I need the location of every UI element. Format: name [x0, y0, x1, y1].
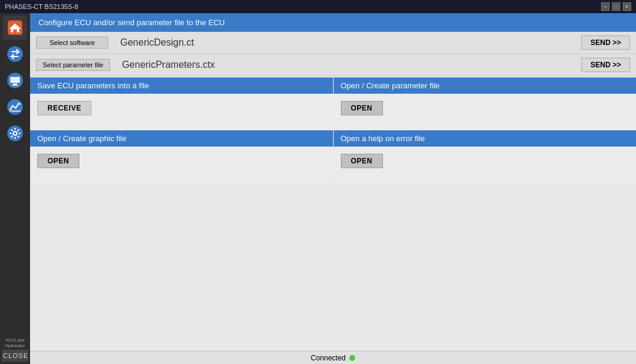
header-text: Configure ECU and/or send parameter file… — [38, 18, 225, 27]
sidebar-item-settings[interactable] — [3, 121, 27, 145]
open-help-body: OPEN — [334, 147, 637, 183]
settings-icon — [7, 125, 23, 142]
svg-point-3 — [7, 46, 23, 62]
sidebar: POCLAIN Hydraulics CLOSE — [0, 13, 30, 364]
svg-rect-7 — [12, 85, 18, 86]
open-graphic-header: Open / Create graphic file — [30, 130, 333, 147]
open-graphic-button[interactable]: OPEN — [37, 154, 79, 168]
receive-button[interactable]: RECEIVE — [37, 101, 91, 115]
open-graphic-body: OPEN — [30, 147, 333, 183]
status-dot — [349, 355, 355, 361]
sidebar-item-transfer[interactable] — [3, 42, 27, 66]
open-param-body: OPEN — [334, 94, 637, 130]
header-bar: Configure ECU and/or send parameter file… — [30, 13, 636, 32]
status-bar: Connected — [30, 351, 636, 364]
title-bar-text: PHASES-CT BS2135S-8 — [5, 3, 78, 10]
chart-icon — [7, 99, 23, 115]
open-help-button[interactable]: OPEN — [341, 154, 383, 168]
house-icon — [6, 19, 24, 37]
send-software-button[interactable]: SEND >> — [581, 35, 630, 50]
title-bar-controls: ─ □ ✕ — [601, 2, 631, 11]
sidebar-item-home[interactable] — [3, 16, 27, 40]
sidebar-item-chart[interactable] — [3, 95, 27, 119]
close-button-sidebar[interactable]: CLOSE — [2, 350, 28, 362]
send-parameter-button[interactable]: SEND >> — [581, 58, 630, 72]
parameter-row: Select parameter file GenericPrameters.c… — [30, 54, 636, 76]
svg-point-10 — [10, 109, 12, 112]
open-param-button[interactable]: OPEN — [341, 101, 383, 115]
open-param-header: Open / Create parameter file — [334, 77, 637, 94]
open-graphic-section: Open / Create graphic file OPEN — [30, 130, 333, 183]
save-ecu-header: Save ECU parameters into a file — [30, 77, 333, 94]
poclain-logo: POCLAIN Hydraulics — [4, 335, 26, 350]
save-ecu-section: Save ECU parameters into a file RECEIVE — [30, 77, 333, 130]
close-button[interactable]: ✕ — [623, 2, 631, 11]
sidebar-item-display[interactable] — [3, 68, 27, 93]
svg-rect-6 — [13, 83, 17, 85]
svg-rect-2 — [13, 29, 17, 32]
parameter-file-name: GenericPrameters.ctx — [116, 59, 575, 70]
sidebar-bottom: POCLAIN Hydraulics CLOSE — [2, 335, 28, 364]
select-parameter-button[interactable]: Select parameter file — [36, 59, 110, 71]
status-text: Connected — [311, 354, 346, 362]
svg-rect-5 — [10, 77, 20, 83]
display-icon — [7, 72, 23, 89]
save-ecu-body: RECEIVE — [30, 94, 333, 130]
open-help-header: Open a help on error file — [334, 130, 637, 147]
svg-point-13 — [14, 132, 16, 135]
software-file-name: GenericDesign.ct — [114, 37, 575, 48]
title-bar: PHASES-CT BS2135S-8 ─ □ ✕ — [0, 0, 636, 13]
sections-grid: Save ECU parameters into a file RECEIVE … — [30, 77, 636, 183]
open-param-section: Open / Create parameter file OPEN — [334, 77, 637, 130]
minimize-button[interactable]: ─ — [601, 2, 610, 11]
open-help-section: Open a help on error file OPEN — [334, 130, 637, 183]
main-content: Configure ECU and/or send parameter file… — [30, 13, 636, 364]
select-software-button[interactable]: Select software — [36, 37, 108, 49]
arrows-icon — [7, 46, 23, 62]
software-row: Select software GenericDesign.ct SEND >> — [30, 32, 636, 54]
maximize-button[interactable]: □ — [612, 2, 620, 11]
